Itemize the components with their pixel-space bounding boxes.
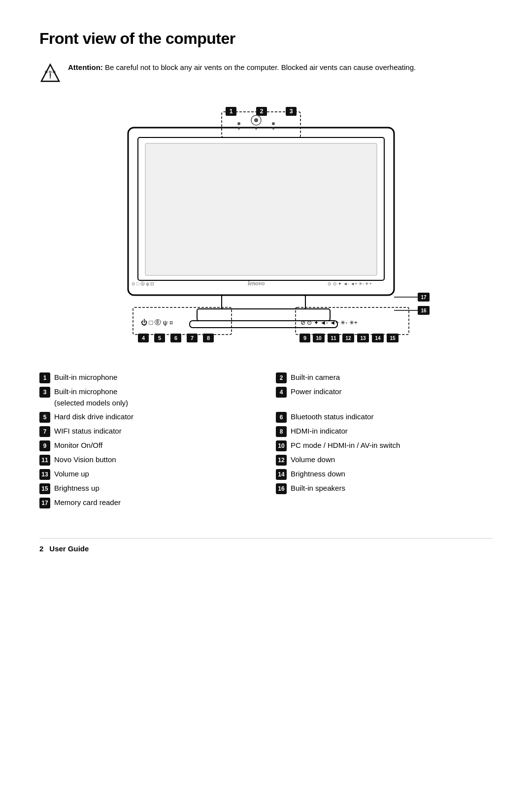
svg-point-17 — [255, 128, 257, 130]
svg-text:14: 14 — [375, 336, 381, 341]
legend-text: Bluetooth status indicator — [291, 411, 493, 423]
legend-item: 2Built-in camera — [276, 372, 493, 383]
svg-text:3: 3 — [290, 108, 293, 115]
legend-item: 11Novo Vision button — [39, 454, 256, 466]
svg-point-15 — [272, 122, 275, 125]
svg-text:12: 12 — [345, 336, 351, 341]
svg-text:9: 9 — [303, 335, 306, 341]
legend-item: 9Monitor On/Off — [39, 440, 256, 451]
svg-text:2: 2 — [260, 108, 264, 115]
svg-text:⏻  □  Ⓑ  ψ  ⊡: ⏻ □ Ⓑ ψ ⊡ — [141, 319, 173, 326]
legend-num: 8 — [276, 426, 287, 437]
legend-num: 11 — [39, 455, 50, 466]
attention-body: Be careful not to block any air vents on… — [105, 63, 416, 71]
attention-text: Attention: Be careful not to block any a… — [68, 62, 416, 73]
legend-item: 10PC mode / HDMI-in / AV-in switch — [276, 440, 493, 451]
legend-item: 15Brightness up — [39, 483, 256, 494]
svg-text:lenovo: lenovo — [248, 279, 265, 287]
legend-num: 7 — [39, 426, 50, 437]
legend-num: 12 — [276, 455, 287, 466]
footer-label: User Guide — [49, 544, 89, 553]
legend-item: 5Hard disk drive indicator — [39, 411, 256, 423]
legend-num: 15 — [39, 483, 50, 494]
svg-point-14 — [254, 118, 258, 122]
legend-num: 1 — [39, 372, 50, 383]
svg-text:15: 15 — [390, 336, 396, 341]
footer: 2 User Guide — [39, 538, 493, 553]
legend-text: Built-in camera — [291, 372, 493, 383]
legend-text: Volume up — [54, 469, 256, 480]
legend-item: 7WIFI status indicator — [39, 426, 256, 437]
legend-num: 6 — [276, 412, 287, 423]
attention-box: ! ≋≋≋ Attention: Be careful not to block… — [39, 62, 493, 84]
svg-point-16 — [238, 128, 240, 130]
legend-text: Hard disk drive indicator — [54, 411, 256, 423]
legend-text: Brightness down — [291, 469, 493, 480]
computer-diagram: 1 2 3 lenovo ⊙ □ ⓑ ψ ⊡ ⊙ ⊙ ✦ ◄- ◄+ ✳- ✳+… — [89, 98, 443, 354]
legend-item: 12Volume down — [276, 454, 493, 466]
legend-item: 8HDMI-in indicator — [276, 426, 493, 437]
legend-item: 4Power indicator — [276, 386, 493, 408]
svg-rect-4 — [145, 143, 377, 275]
svg-text:17: 17 — [421, 295, 427, 300]
legend-num: 9 — [39, 440, 50, 451]
legend-num: 14 — [276, 469, 287, 480]
legend-item: 6Bluetooth status indicator — [276, 411, 493, 423]
legend-num: 16 — [276, 483, 287, 494]
legend-text: Volume down — [291, 454, 493, 466]
svg-text:5: 5 — [158, 335, 161, 341]
legend-text: Built-in speakers — [291, 483, 493, 494]
legend-item: 1Built-in microphone — [39, 372, 256, 383]
legend-text: Power indicator — [291, 386, 493, 398]
svg-text:8: 8 — [207, 335, 210, 341]
legend-item: 3Built-in microphone(selected models onl… — [39, 386, 256, 408]
legend-text: Brightness up — [54, 483, 256, 494]
legend-num: 4 — [276, 387, 287, 398]
legend-num: 3 — [39, 387, 50, 398]
legend-num: 5 — [39, 412, 50, 423]
svg-text:4: 4 — [142, 335, 145, 341]
legend-text: Memory card reader — [54, 497, 256, 508]
svg-text:1: 1 — [230, 108, 233, 115]
footer-page-number: 2 — [39, 544, 43, 553]
legend-text: HDMI-in indicator — [291, 426, 493, 437]
svg-point-18 — [272, 128, 274, 130]
diagram-container: 1 2 3 lenovo ⊙ □ ⓑ ψ ⊡ ⊙ ⊙ ✦ ◄- ◄+ ✳- ✳+… — [39, 98, 493, 354]
legend-num: 13 — [39, 469, 50, 480]
svg-text:6: 6 — [174, 335, 177, 341]
legend-item: 17Memory card reader — [39, 497, 256, 508]
legend-num: 10 — [276, 440, 287, 451]
legend-item: 14Brightness down — [276, 469, 493, 480]
legend-num: 17 — [39, 498, 50, 508]
svg-text:13: 13 — [360, 336, 366, 341]
svg-text:10: 10 — [316, 336, 322, 341]
legend-text: Novo Vision button — [54, 454, 256, 466]
svg-text:7: 7 — [191, 335, 194, 341]
attention-label: Attention: — [68, 63, 103, 71]
legend-text: PC mode / HDMI-in / AV-in switch — [291, 440, 493, 451]
legend-num: 2 — [276, 372, 287, 383]
legend-text: Monitor On/Off — [54, 440, 256, 451]
legend-text: Built-in microphone(selected models only… — [54, 386, 256, 408]
svg-text:⊙ ⊙ ✦ ◄- ◄+ ✳- ✳+: ⊙ ⊙ ✦ ◄- ◄+ ✳- ✳+ — [328, 281, 371, 286]
svg-text:⊘  ⊙  ✦  ◄-  ◄+  ✳-  ✳+: ⊘ ⊙ ✦ ◄- ◄+ ✳- ✳+ — [300, 319, 358, 326]
svg-point-12 — [237, 122, 240, 125]
legend-grid: 1Built-in microphone2Built-in camera3Bui… — [39, 372, 493, 508]
legend-text: Built-in microphone — [54, 372, 256, 383]
svg-text:⊙ □ ⓑ ψ ⊡: ⊙ □ ⓑ ψ ⊡ — [132, 281, 155, 286]
svg-text:11: 11 — [331, 336, 336, 341]
attention-icon: ! ≋≋≋ — [39, 63, 61, 84]
svg-text:16: 16 — [421, 308, 427, 313]
page-title: Front view of the computer — [39, 30, 493, 48]
svg-text:≋≋≋: ≋≋≋ — [44, 69, 56, 74]
svg-rect-22 — [222, 295, 305, 309]
legend-item: 16Built-in speakers — [276, 483, 493, 494]
legend-text: WIFI status indicator — [54, 426, 256, 437]
legend-item: 13Volume up — [39, 469, 256, 480]
